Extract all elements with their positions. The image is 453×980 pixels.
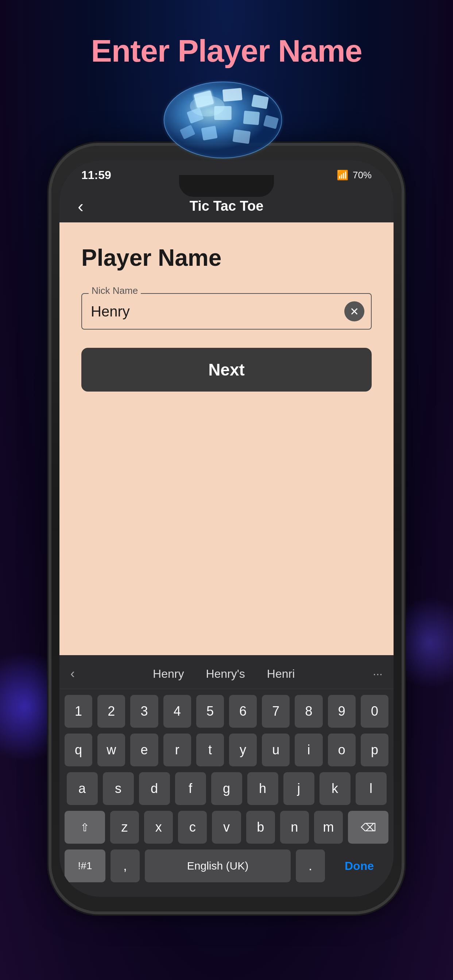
keyboard-rows: 1 2 3 4 5 6 7 8 9 0 q w e r t: [59, 695, 394, 882]
autocomplete-suggestions: Henry Henry's Henri: [153, 667, 295, 681]
key-z[interactable]: z: [110, 811, 139, 844]
back-button[interactable]: ‹: [78, 196, 83, 216]
key-6[interactable]: 6: [229, 695, 257, 728]
svg-rect-7: [243, 110, 260, 125]
key-row-asdf: a s d f g h j k l: [65, 772, 388, 805]
svg-point-12: [190, 96, 225, 117]
status-right: 📶 70%: [337, 170, 372, 181]
nickname-input-container: Nick Name ✕: [81, 293, 372, 329]
key-w[interactable]: w: [97, 733, 125, 766]
autocomplete-more-icon[interactable]: ···: [373, 667, 383, 681]
input-label: Nick Name: [89, 285, 141, 296]
done-key[interactable]: Done: [330, 850, 388, 882]
key-3[interactable]: 3: [130, 695, 158, 728]
next-button[interactable]: Next: [81, 348, 372, 391]
key-row-bottom: !#1 , English (UK) . Done: [65, 850, 388, 882]
key-u[interactable]: u: [262, 733, 290, 766]
comma-key[interactable]: ,: [110, 850, 140, 882]
key-p[interactable]: p: [361, 733, 388, 766]
autocomplete-bar: ‹ Henry Henry's Henri ···: [59, 662, 394, 689]
key-k[interactable]: k: [319, 772, 351, 805]
key-t[interactable]: t: [196, 733, 224, 766]
key-r[interactable]: r: [163, 733, 191, 766]
key-q[interactable]: q: [65, 733, 92, 766]
suggestion-2[interactable]: Henry's: [206, 667, 245, 681]
nickname-input[interactable]: [81, 293, 372, 329]
key-a[interactable]: a: [67, 772, 98, 805]
key-m[interactable]: m: [314, 811, 343, 844]
key-g[interactable]: g: [211, 772, 242, 805]
key-0[interactable]: 0: [361, 695, 388, 728]
key-o[interactable]: o: [328, 733, 356, 766]
key-row-zxcv: ⇧ z x c v b n m ⌫: [65, 811, 388, 844]
disco-ball-decoration: [135, 76, 318, 164]
svg-rect-8: [201, 126, 217, 141]
key-s[interactable]: s: [103, 772, 134, 805]
key-j[interactable]: j: [283, 772, 314, 805]
key-i[interactable]: i: [295, 733, 322, 766]
key-e[interactable]: e: [130, 733, 158, 766]
keyboard: ‹ Henry Henry's Henri ··· 1 2 3 4 5 6: [59, 655, 394, 897]
key-b[interactable]: b: [246, 811, 275, 844]
main-content: Player Name Nick Name ✕ Next: [59, 223, 394, 655]
space-key[interactable]: English (UK): [145, 850, 291, 882]
page-title: Enter Player Name: [91, 33, 362, 69]
battery-indicator: 70%: [353, 170, 372, 181]
key-h[interactable]: h: [247, 772, 278, 805]
backspace-key[interactable]: ⌫: [348, 811, 388, 844]
key-d[interactable]: d: [139, 772, 170, 805]
key-2[interactable]: 2: [97, 695, 125, 728]
suggestion-1[interactable]: Henry: [153, 667, 184, 681]
key-4[interactable]: 4: [163, 695, 191, 728]
svg-rect-9: [232, 129, 250, 144]
suggestion-3[interactable]: Henri: [267, 667, 295, 681]
key-8[interactable]: 8: [295, 695, 322, 728]
status-time: 11:59: [81, 169, 111, 182]
clear-icon: ✕: [350, 306, 359, 317]
key-row-qwerty: q w e r t y u i o p: [65, 733, 388, 766]
key-n[interactable]: n: [280, 811, 309, 844]
key-5[interactable]: 5: [196, 695, 224, 728]
nav-title: Tic Tac Toe: [190, 198, 264, 214]
phone-frame: 11:59 📶 70% ‹ Tic Tac Toe Player Name Ni…: [51, 146, 402, 912]
key-y[interactable]: y: [229, 733, 257, 766]
signal-icon: 📶: [337, 170, 348, 181]
section-heading: Player Name: [81, 244, 372, 271]
numpad-key[interactable]: !#1: [65, 850, 105, 882]
clear-input-button[interactable]: ✕: [344, 302, 364, 321]
phone-screen: 11:59 📶 70% ‹ Tic Tac Toe Player Name Ni…: [59, 161, 394, 897]
key-f[interactable]: f: [175, 772, 206, 805]
key-l[interactable]: l: [356, 772, 387, 805]
svg-rect-3: [222, 88, 242, 102]
key-v[interactable]: v: [212, 811, 241, 844]
key-1[interactable]: 1: [65, 695, 92, 728]
key-row-numbers: 1 2 3 4 5 6 7 8 9 0: [65, 695, 388, 728]
key-x[interactable]: x: [144, 811, 173, 844]
period-key[interactable]: .: [296, 850, 325, 882]
key-c[interactable]: c: [178, 811, 207, 844]
shift-key[interactable]: ⇧: [65, 811, 105, 844]
key-7[interactable]: 7: [262, 695, 290, 728]
autocomplete-back-icon[interactable]: ‹: [70, 666, 75, 681]
phone-notch: [179, 175, 274, 197]
key-9[interactable]: 9: [328, 695, 356, 728]
